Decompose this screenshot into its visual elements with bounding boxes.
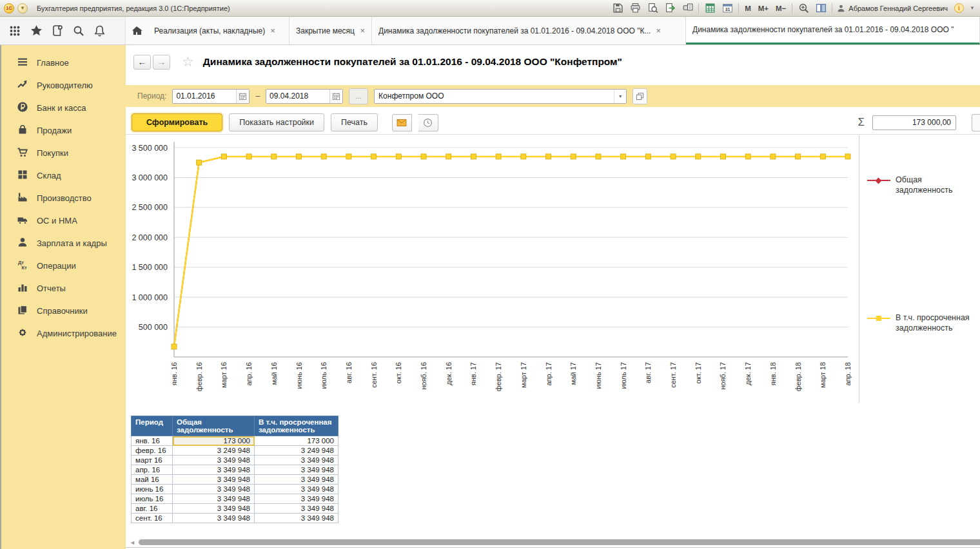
- sidebar-item-cart[interactable]: Покупки: [1, 142, 126, 164]
- sidebar-item-ruble-coin[interactable]: Банк и касса: [1, 97, 126, 119]
- amount-cell[interactable]: 3 249 948: [255, 446, 338, 456]
- sidebar-item-factory[interactable]: Производство: [1, 187, 126, 209]
- amount-cell[interactable]: 3 349 948: [173, 485, 255, 494]
- amount-cell[interactable]: 3 349 948: [173, 504, 255, 514]
- scrollbar-thumb[interactable]: [139, 539, 980, 545]
- sidebar-item-books[interactable]: Справочники: [1, 300, 126, 322]
- sidebar-item-truck[interactable]: ОС и НМА: [1, 209, 126, 232]
- amount-cell[interactable]: 3 349 948: [255, 475, 338, 485]
- period-to-input[interactable]: [266, 92, 329, 101]
- period-more-button[interactable]: ...: [349, 88, 368, 104]
- info-icon[interactable]: i: [952, 3, 965, 14]
- back-button[interactable]: ←: [133, 55, 151, 70]
- print-preview-icon[interactable]: [646, 3, 659, 14]
- amount-cell[interactable]: 3 349 948: [255, 494, 338, 504]
- split-view-icon[interactable]: [814, 3, 827, 14]
- tab-strip: Реализация (акты, накладные)×Закрытие ме…: [148, 17, 980, 44]
- sidebar-item-gear[interactable]: Администрирование: [1, 322, 126, 345]
- scroll-left-arrow-icon[interactable]: ◄: [130, 539, 135, 546]
- amount-cell[interactable]: 3 349 948: [255, 465, 338, 475]
- sidebar-item-bag[interactable]: Продажи: [1, 119, 126, 142]
- chart-legend: Общая задолженность В т.ч. просроченная …: [859, 135, 980, 403]
- period-cell[interactable]: янв. 16: [132, 436, 173, 446]
- period-cell[interactable]: авг. 16: [132, 504, 173, 514]
- memory-button[interactable]: М−: [774, 5, 787, 12]
- home-tab-button[interactable]: [126, 17, 148, 44]
- svg-text:сент. 17: сент. 17: [669, 362, 677, 388]
- sidebar-item-menu-lines[interactable]: Главное: [1, 52, 126, 74]
- current-user[interactable]: Абрамов Геннадий Сергеевич: [837, 4, 948, 12]
- schedule-button[interactable]: [418, 114, 438, 131]
- amount-cell[interactable]: 3 349 948: [173, 465, 255, 475]
- zoom-in-icon[interactable]: [797, 3, 810, 14]
- close-icon[interactable]: ×: [270, 26, 275, 35]
- amount-cell[interactable]: 3 349 948: [255, 514, 338, 523]
- menu-grid-icon[interactable]: [9, 25, 21, 37]
- memory-button[interactable]: М+: [757, 5, 770, 12]
- amount-cell[interactable]: 173 000: [173, 436, 255, 446]
- chevron-down-icon[interactable]: ▼: [970, 5, 975, 11]
- calendar-icon[interactable]: 31: [721, 3, 734, 14]
- period-cell[interactable]: апр. 16: [132, 465, 173, 475]
- history-icon[interactable]: [52, 25, 63, 37]
- generate-button[interactable]: Сформировать: [132, 113, 222, 131]
- tab-label: Реализация (акты, накладные): [154, 26, 265, 35]
- sum-value-input[interactable]: [872, 115, 956, 130]
- table-row: февр. 163 249 9483 249 948: [132, 446, 338, 456]
- search-icon[interactable]: [73, 25, 84, 37]
- amount-cell[interactable]: 173 000: [255, 436, 338, 446]
- clipped-button[interactable]: [972, 114, 980, 131]
- amount-cell[interactable]: 3 349 948: [173, 494, 255, 504]
- calculator-icon[interactable]: [703, 3, 716, 14]
- tab-2[interactable]: Динамика задолженности покупателей за 01…: [372, 17, 686, 44]
- calendar-picker-icon[interactable]: [236, 90, 249, 103]
- print-document-icon[interactable]: [681, 3, 694, 14]
- close-icon[interactable]: ×: [360, 26, 365, 35]
- factory-icon: [17, 191, 28, 205]
- close-icon[interactable]: ×: [656, 26, 661, 35]
- print-icon[interactable]: [629, 3, 642, 14]
- column-header: Общая задолженность: [173, 416, 255, 436]
- amount-cell[interactable]: 3 249 948: [173, 446, 255, 456]
- period-cell[interactable]: февр. 16: [132, 446, 173, 456]
- app-menu-button[interactable]: ▼: [17, 3, 28, 14]
- period-from-input[interactable]: [173, 92, 236, 101]
- sidebar-item-bar-chart[interactable]: Отчеты: [1, 277, 126, 300]
- period-cell[interactable]: май 16: [132, 475, 173, 485]
- calendar-picker-icon[interactable]: [329, 90, 342, 103]
- sidebar-item-warehouse[interactable]: Склад: [1, 164, 126, 187]
- notifications-bell-icon[interactable]: [94, 25, 105, 37]
- add-favorite-star-icon[interactable]: ☆: [182, 54, 194, 70]
- tab-1[interactable]: Закрытие месяца×: [289, 17, 372, 44]
- sidebar-item-label: ОС и НМА: [37, 216, 77, 226]
- print-button[interactable]: Печать: [331, 113, 378, 131]
- show-settings-button[interactable]: Показать настройки: [229, 113, 324, 131]
- amount-cell[interactable]: 3 349 948: [173, 475, 255, 485]
- open-organization-button[interactable]: [632, 88, 647, 104]
- svg-text:июнь 17: июнь 17: [594, 362, 602, 389]
- period-cell[interactable]: июнь 16: [132, 485, 173, 494]
- period-cell[interactable]: сент. 16: [132, 514, 173, 523]
- tab-0[interactable]: Реализация (акты, накладные)×: [148, 17, 289, 44]
- amount-cell[interactable]: 3 349 948: [255, 456, 338, 465]
- organization-combobox[interactable]: Конфетпром ООО ▼: [374, 89, 627, 104]
- save-icon[interactable]: [611, 3, 624, 14]
- favorites-star-icon[interactable]: [30, 24, 43, 37]
- sidebar-item-label: Продажи: [37, 126, 72, 135]
- amount-cell[interactable]: 3 349 948: [255, 504, 338, 514]
- period-cell[interactable]: июль 16: [132, 494, 173, 504]
- send-email-button[interactable]: [392, 114, 412, 131]
- amount-cell[interactable]: 3 349 948: [173, 456, 255, 465]
- forward-button[interactable]: →: [153, 55, 170, 70]
- export-file-icon[interactable]: [663, 3, 676, 14]
- amount-cell[interactable]: 3 349 948: [255, 485, 338, 494]
- memory-button[interactable]: М: [743, 5, 752, 12]
- report-filter-panel: Период: – ... Конфетпром ООО ▼: [126, 85, 980, 107]
- tab-3[interactable]: Динамика задолженности покупателей за 01…: [686, 17, 980, 44]
- sidebar-item-dt-kt[interactable]: ДтКтОперации: [1, 255, 126, 277]
- dropdown-arrow-icon[interactable]: ▼: [614, 90, 626, 103]
- period-cell[interactable]: март 16: [132, 456, 173, 465]
- sidebar-item-person[interactable]: Зарплата и кадры: [1, 232, 126, 255]
- sidebar-item-trend-arrow[interactable]: Руководителю: [1, 74, 126, 97]
- amount-cell[interactable]: 3 349 948: [173, 514, 255, 523]
